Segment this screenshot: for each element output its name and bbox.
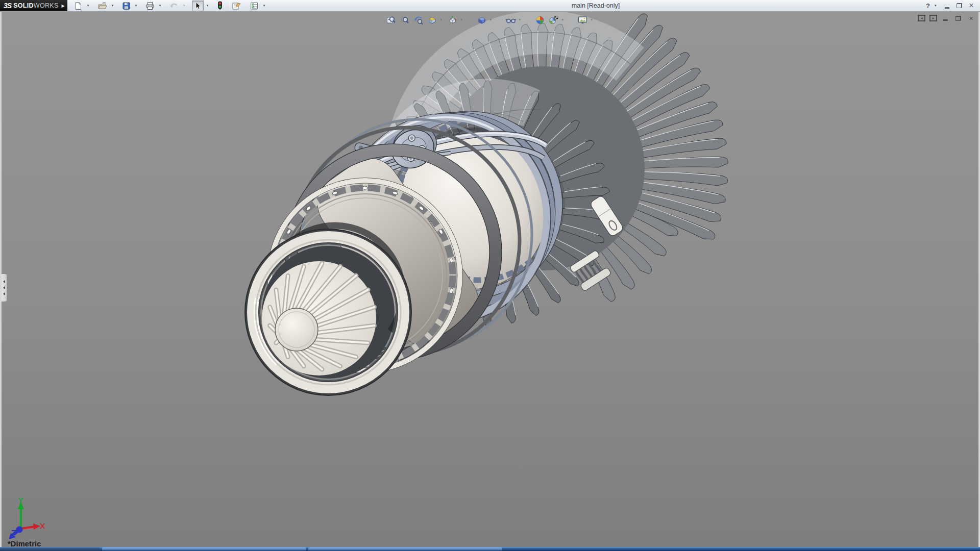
hide-show-items-dropdown[interactable]: ▾ bbox=[519, 18, 523, 22]
display-style-button[interactable] bbox=[476, 14, 487, 26]
dassault-3s-logo-icon: 3S bbox=[4, 2, 11, 10]
document-window-controls: ◂ ▸ × bbox=[918, 14, 975, 22]
print-icon bbox=[145, 2, 155, 10]
hide-show-items-icon bbox=[505, 15, 516, 25]
previous-view-icon bbox=[413, 15, 423, 25]
view-settings-dropdown[interactable]: ▾ bbox=[591, 18, 595, 22]
zoom-to-fit-icon bbox=[386, 15, 396, 25]
exhaust-nozzle[interactable] bbox=[245, 226, 411, 395]
print-button[interactable] bbox=[144, 1, 156, 11]
taskbar-segment[interactable] bbox=[102, 547, 306, 551]
collapse-left-arrow-icon bbox=[3, 292, 5, 295]
select-cursor-icon bbox=[193, 2, 202, 10]
document-restore-button[interactable] bbox=[954, 14, 963, 22]
view-orientation-label: *Dimetric bbox=[8, 540, 41, 547]
edit-appearance-button[interactable] bbox=[534, 14, 546, 26]
select-button[interactable] bbox=[192, 1, 204, 11]
window-controls: ? ▾ × bbox=[924, 0, 980, 11]
open-button[interactable] bbox=[96, 1, 109, 11]
open-folder-icon bbox=[97, 2, 107, 10]
engine-model[interactable] bbox=[2, 12, 978, 547]
minimize-icon bbox=[943, 19, 948, 21]
help-dropdown[interactable]: ▾ bbox=[935, 4, 939, 8]
view-settings-icon bbox=[578, 15, 588, 25]
undo-arrow-icon bbox=[169, 2, 179, 10]
apply-scene-button[interactable] bbox=[548, 14, 559, 26]
zoom-to-area-button[interactable] bbox=[399, 14, 410, 26]
options-dropdown[interactable]: ▾ bbox=[261, 1, 267, 11]
undo-button[interactable] bbox=[168, 1, 180, 11]
select-dropdown[interactable]: ▾ bbox=[205, 1, 210, 11]
open-dropdown[interactable]: ▾ bbox=[110, 1, 115, 11]
standard-toolbar: ▾ ▾ ▾ bbox=[67, 0, 267, 11]
file-properties-icon bbox=[231, 2, 241, 10]
cone-hub[interactable] bbox=[275, 308, 318, 351]
view-settings-button[interactable] bbox=[577, 14, 589, 26]
print-dropdown[interactable]: ▾ bbox=[157, 1, 163, 11]
featuremanager-collapse-handle[interactable] bbox=[2, 273, 7, 302]
section-view-icon bbox=[427, 15, 437, 25]
restore-icon bbox=[955, 16, 961, 21]
document-minimize-button[interactable] bbox=[941, 14, 950, 22]
solidworks-logo: 3S SOLIDWORKS ▶ bbox=[0, 0, 67, 11]
triad-y-label bbox=[19, 498, 23, 503]
rebuild-button[interactable] bbox=[215, 1, 225, 11]
edit-appearance-icon bbox=[535, 15, 545, 25]
heads-up-view-toolbar: ▾ ▾ ▾ bbox=[385, 14, 595, 26]
traffic-light-icon bbox=[217, 1, 223, 10]
reference-triad bbox=[6, 497, 45, 541]
pane-right-button[interactable]: ▸ bbox=[929, 15, 937, 21]
section-view-button[interactable] bbox=[427, 14, 438, 26]
view-orientation-button[interactable] bbox=[447, 14, 458, 26]
previous-view-button[interactable] bbox=[413, 14, 424, 26]
apply-scene-dropdown[interactable]: ▾ bbox=[562, 18, 566, 22]
collapse-left-arrow-icon bbox=[3, 280, 5, 283]
taskbar-segment[interactable] bbox=[0, 547, 100, 551]
taskbar-segment[interactable] bbox=[308, 547, 502, 551]
hide-show-items-button[interactable] bbox=[505, 14, 517, 26]
new-button[interactable] bbox=[72, 1, 84, 11]
zoom-to-area-icon bbox=[400, 15, 409, 25]
new-dropdown[interactable]: ▾ bbox=[85, 1, 91, 11]
title-bar: 3S SOLIDWORKS ▶ ▾ ▾ bbox=[0, 0, 980, 12]
save-floppy-icon bbox=[122, 2, 131, 10]
file-properties-button[interactable] bbox=[230, 1, 243, 11]
display-style-icon bbox=[477, 15, 486, 25]
taskbar-edge[interactable] bbox=[0, 547, 980, 551]
options-checklist-icon bbox=[250, 2, 259, 10]
minimize-icon bbox=[945, 7, 949, 9]
zoom-to-fit-button[interactable] bbox=[385, 14, 397, 26]
restore-icon bbox=[957, 3, 962, 8]
view-orientation-dropdown[interactable]: ▾ bbox=[461, 18, 465, 22]
save-dropdown[interactable]: ▾ bbox=[133, 1, 139, 11]
restore-button[interactable] bbox=[954, 2, 964, 10]
apply-scene-icon bbox=[549, 15, 559, 25]
document-title: main [Read-only] bbox=[572, 2, 620, 9]
help-button[interactable]: ? bbox=[924, 2, 932, 10]
triad-x-label bbox=[40, 523, 44, 529]
close-button[interactable]: × bbox=[967, 2, 976, 10]
menu-expand-arrow-icon[interactable]: ▶ bbox=[60, 2, 66, 10]
section-view-dropdown[interactable]: ▾ bbox=[440, 18, 445, 22]
collapse-left-arrow-icon bbox=[3, 286, 5, 289]
options-button[interactable] bbox=[248, 1, 260, 11]
display-style-dropdown[interactable]: ▾ bbox=[490, 18, 494, 22]
pane-left-button[interactable]: ◂ bbox=[918, 15, 925, 21]
new-document-icon bbox=[74, 2, 83, 10]
document-close-button[interactable]: × bbox=[967, 14, 975, 22]
view-orientation-icon bbox=[448, 15, 457, 25]
minimize-button[interactable] bbox=[942, 2, 951, 10]
save-button[interactable] bbox=[120, 1, 132, 11]
undo-dropdown[interactable]: ▾ bbox=[181, 1, 187, 11]
graphics-viewport[interactable]: ▾ ▾ ▾ bbox=[0, 12, 980, 547]
